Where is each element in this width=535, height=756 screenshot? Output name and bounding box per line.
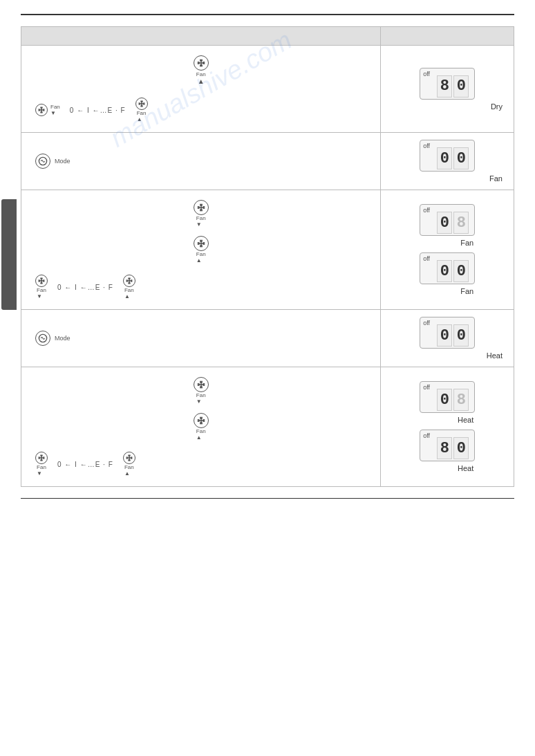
heat-display1-wrapper: off 0 8 Heat xyxy=(420,381,475,424)
fan-up-top: Fan ▲ xyxy=(35,55,366,85)
fan-steps-displays: off 0 8 Fan off xyxy=(391,204,504,295)
heat-fan-sm-up-label: Fan▲ xyxy=(124,464,134,477)
fan-mode-right-cell: off 0 0 Fan xyxy=(381,133,514,190)
lcd-heat3: off 8 0 xyxy=(420,430,475,461)
lcd-digits-fan1: 0 0 xyxy=(435,147,470,169)
heat-fan-up-icon xyxy=(194,413,209,428)
fan-down-top-icon xyxy=(194,200,209,215)
header-col1 xyxy=(21,27,381,46)
fan-up-sm-icon: Fan▲ xyxy=(135,98,148,122)
mode-button-row: Mode xyxy=(35,147,366,176)
table-row: Fan▼ Fan▲ xyxy=(21,190,514,310)
fan-down-top: Fan▼ xyxy=(35,200,366,228)
mode-control: Fan▼ xyxy=(35,104,60,116)
off-label-fan3: off xyxy=(423,255,430,262)
lcd-digit1-dry: 8 xyxy=(437,75,452,98)
heat-fan-sm-up: Fan▲ xyxy=(123,452,135,477)
main-table: manualshive.com Fan ▲ xyxy=(21,26,514,487)
off-label-heat3: off xyxy=(423,432,430,439)
heat-fan-sm-down-icon xyxy=(35,452,48,464)
heat-mode-right-cell: off 0 0 Heat xyxy=(381,310,514,367)
step-row-fan: Fan▼ 0 ← I ←…E · F Fan▲ xyxy=(35,275,366,299)
table-row: Mode off 0 0 Heat xyxy=(21,310,514,367)
heat-fan-sm-down: Fan▼ xyxy=(35,452,48,477)
off-label-heat2: off xyxy=(423,384,430,391)
lcd-digit1-fan1: 0 xyxy=(437,147,452,169)
lcd-digit2-fan3: 0 xyxy=(453,260,469,282)
fan-steps-right-cell: off 0 8 Fan off xyxy=(381,190,514,310)
lcd-digit1-fan3: 0 xyxy=(437,260,452,282)
header-col2 xyxy=(381,27,514,46)
step-text-dry: 0 ← I ←…E · F xyxy=(70,107,126,114)
lcd-digits-fan3: 0 0 xyxy=(435,260,470,282)
lcd-heat1: off 0 0 xyxy=(420,317,475,349)
table-row: manualshive.com Fan ▲ xyxy=(21,46,514,133)
lcd-digit1-heat2: 0 xyxy=(437,389,452,411)
mode-label-heat1: Heat xyxy=(391,351,504,360)
fan-sm2-icon xyxy=(35,275,48,287)
heat-fan-sm-down-label: Fan▼ xyxy=(37,464,46,477)
fan-mode-left-cell: Mode xyxy=(21,133,381,190)
fan-label-top: Fan xyxy=(196,71,206,77)
fan-down-sm-icon: Fan▼ xyxy=(35,275,48,299)
step-text-fan: 0 ← I ←…E · F xyxy=(57,284,113,291)
heat-display2-wrapper: off 8 0 Heat xyxy=(420,430,475,472)
heat-mode-left-cell: Mode xyxy=(21,310,381,367)
step-text-heat: 0 ← I ←…E · F xyxy=(57,461,113,468)
heat-fan-down-icon xyxy=(194,377,209,392)
control-row-dry: Fan▼ 0 ← I ←…E · F Fan▲ xyxy=(35,98,366,122)
lcd-digit2-fan1: 0 xyxy=(453,147,469,169)
off-label-heat1: off xyxy=(423,320,430,326)
lcd-digits-heat3: 8 0 xyxy=(435,437,470,459)
heat-step-row: Fan▼ 0 ← I ←…E · F Fan▲ xyxy=(35,452,366,477)
lcd-heat2: off 0 8 xyxy=(420,381,475,413)
lcd-fan3: off 0 0 xyxy=(420,252,475,284)
dry-right-cell: off 8 0 Dry xyxy=(381,46,514,133)
fan-sm3-icon xyxy=(123,275,135,287)
heat-steps-right-cell: off 0 8 Heat off xyxy=(381,367,514,487)
lcd-digits-heat1: 0 0 xyxy=(435,324,470,347)
lcd-fan2: off 0 8 xyxy=(420,204,475,236)
heat-fan-sm-up-icon xyxy=(123,452,135,464)
fan-down-label: Fan▼ xyxy=(50,104,60,116)
heat-fan-down-label: Fan▼ xyxy=(196,392,206,405)
mode-label-fan1: Fan xyxy=(391,174,504,183)
fan-up-mid: Fan▲ xyxy=(35,236,366,264)
fan-sm2-label: Fan▼ xyxy=(37,287,46,299)
heat-steps-displays: off 0 8 Heat off xyxy=(391,381,504,472)
fan-display2-wrapper: off 0 0 Fan xyxy=(420,252,475,295)
fan-up-mid-icon xyxy=(194,236,209,251)
fan-up-sm2-icon: Fan▲ xyxy=(123,275,135,299)
lcd-digit2-heat3: 0 xyxy=(453,437,469,459)
mode-label-heat2: Heat xyxy=(420,416,475,424)
fan-sm-label: Fan▲ xyxy=(137,110,147,122)
table-row: Mode off 0 0 Fan xyxy=(21,133,514,190)
mode-icon xyxy=(35,154,50,169)
lcd-digits-heat2: 0 8 xyxy=(435,389,470,411)
lcd-digit2-dry: 0 xyxy=(453,75,469,98)
heat-steps-left-cell: Fan▼ Fan▲ xyxy=(21,367,381,487)
bottom-divider xyxy=(21,498,514,499)
mode-label-heat3: Heat xyxy=(420,464,475,472)
lcd-digit2-heat2: 8 xyxy=(453,389,469,411)
mode-text: Mode xyxy=(55,158,71,165)
lcd-digits-dry: 8 0 xyxy=(435,75,470,98)
mode-label-fan2: Fan xyxy=(420,239,475,247)
top-divider xyxy=(21,14,514,15)
fan-down-icon xyxy=(35,104,48,116)
fan-up-mid-label: Fan▲ xyxy=(196,251,206,264)
heat-fan-down-top: Fan▼ xyxy=(35,377,366,405)
dry-left-cell: manualshive.com Fan ▲ xyxy=(21,46,381,133)
fan-down-top-label: Fan▼ xyxy=(196,215,206,228)
fan-icon xyxy=(194,55,209,71)
off-label-fan1: off xyxy=(423,142,430,149)
lcd-digit1-fan2: 0 xyxy=(437,212,452,234)
heat-mode-button-row: Mode xyxy=(35,324,366,353)
fan-sm3-label: Fan▲ xyxy=(124,287,134,299)
off-label-dry: off xyxy=(423,71,430,77)
fan-display1-wrapper: off 0 8 Fan xyxy=(420,204,475,247)
heat-mode-text: Mode xyxy=(55,335,71,342)
lcd-digit2-heat1: 0 xyxy=(453,324,469,347)
table-header-row xyxy=(21,27,514,46)
heat-mode-icon xyxy=(35,331,50,346)
